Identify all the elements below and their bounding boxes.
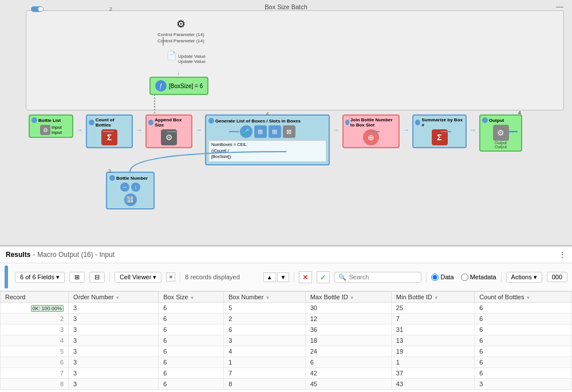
results-title: Results — [6, 251, 30, 259]
col-header-box-number[interactable]: Box Number ▼ — [224, 292, 305, 303]
fields-dropdown[interactable]: 6 of 6 Fields ▾ — [15, 272, 65, 283]
cell-0-1: 3 — [69, 303, 159, 314]
actions-button[interactable]: Actions ▾ — [506, 272, 542, 283]
data-radio[interactable]: Data — [431, 274, 453, 281]
workflow-nodes-row: Bottle List ⚙ InputInput → Count of Bott… — [29, 114, 522, 165]
cell-5-3: 1 — [224, 357, 305, 368]
cell-1-5: 7 — [391, 314, 474, 324]
search-input[interactable] — [349, 274, 417, 280]
arrow-1: → — [76, 126, 83, 134]
col-header-order-number[interactable]: Order Number ▼ — [69, 292, 159, 303]
actions-label: Actions — [511, 274, 532, 280]
cell-6-3: 7 — [224, 368, 305, 379]
join-bottle-label: Join Bottle Number to Box Slot — [350, 117, 397, 128]
row-number: 0K: 100.00% — [1, 303, 69, 314]
gen-icon-4: ⊠ — [283, 125, 295, 138]
table-row: 23621276 — [1, 314, 572, 324]
node-generate-list[interactable]: Generate List of Boxes / Slots in Boxes … — [205, 114, 330, 165]
join-icon: ⊕ — [363, 129, 379, 145]
col-header-min-bottle-id[interactable]: Min Bottle ID ▼ — [391, 292, 474, 303]
count-icon: Σ — [101, 129, 117, 145]
node-join-bottle[interactable]: Join Bottle Number to Box Slot ⊕ 4 — [342, 114, 400, 148]
view-toggle[interactable]: ≡ — [166, 272, 175, 282]
row-number: 5 — [1, 346, 69, 357]
col-header-record[interactable]: Record — [1, 292, 69, 303]
cell-2-6: 6 — [475, 324, 572, 335]
col-header-max-bottle-id[interactable]: Max Bottle ID ▼ — [305, 292, 391, 303]
node-summarize[interactable]: Summarize by Box # Σ 4 — [412, 114, 467, 148]
cell-1-4: 12 — [305, 314, 391, 324]
row-indicator — [5, 266, 8, 288]
cell-6-5: 37 — [391, 368, 474, 379]
output-icon: ⚙ — [493, 125, 509, 141]
cell-7-3: 8 — [224, 379, 305, 390]
cell-0-2: 6 — [159, 303, 224, 314]
node-append-box[interactable]: Append Box Size ⚙ — [145, 114, 192, 148]
generate-list-label: Generate List of Boxes / Slots in Boxes — [215, 118, 301, 124]
extra-button[interactable]: 000 — [547, 272, 567, 282]
results-source: Macro Output (16) - Input — [37, 251, 115, 259]
append-icon: ⚙ — [161, 129, 177, 145]
output-label: Output — [489, 118, 504, 123]
bottle-number-label: Bottle Number — [116, 176, 148, 181]
out-num: 4 — [518, 110, 521, 116]
sep-3 — [294, 272, 294, 282]
gen-icon-2: ⊞ — [254, 125, 267, 138]
cell-3-2: 6 — [159, 335, 224, 346]
config-button-1[interactable]: ⊞ — [69, 272, 85, 283]
control-param-labels: Control Parameter (14)Control Parameter … — [147, 31, 215, 44]
clear-button[interactable]: ✕ — [299, 271, 312, 283]
three-dots-menu[interactable]: ⋮ — [558, 250, 566, 259]
cell-4-6: 6 — [475, 346, 572, 357]
cell-7-6: 3 — [475, 379, 572, 390]
cell-1-1: 3 — [69, 314, 159, 324]
node-output[interactable]: Output ⚙ OutputOutput 4 — [479, 114, 522, 152]
cell-2-1: 3 — [69, 324, 159, 335]
node-count-bottles[interactable]: Count of Bottles Σ — [86, 114, 133, 148]
nav-up[interactable]: ▲ — [263, 272, 276, 282]
apply-button[interactable]: ✓ — [317, 271, 330, 283]
cell-7-4: 45 — [305, 379, 391, 390]
count-bottles-label: Count of Bottles — [96, 117, 130, 128]
cell-2-5: 31 — [391, 324, 474, 335]
formula-text: [BoxSize] = 6 — [169, 83, 203, 89]
cell-0-3: 5 — [224, 303, 305, 314]
sep-2 — [180, 272, 180, 282]
data-radio-input[interactable] — [431, 274, 439, 281]
row-number: 2 — [1, 314, 69, 324]
batch-toggle[interactable] — [31, 6, 44, 12]
cell-7-2: 6 — [159, 379, 224, 390]
minimize-button[interactable]: — — [556, 2, 563, 11]
cell-7-5: 43 — [391, 379, 474, 390]
config-button-2[interactable]: ⊟ — [89, 272, 105, 283]
sep-1 — [109, 272, 110, 282]
gen-icon-3: ⊞ — [269, 125, 281, 138]
view-radio-group: Data Metadata — [431, 274, 496, 281]
node-bottle-number[interactable]: Bottle Number ↔ ↕ 🔢 3 — [106, 172, 155, 209]
chevron-down-icon: ▾ — [56, 274, 60, 281]
table-row: 736742376 — [1, 368, 572, 379]
col-header-count-bottles[interactable]: Count of Bottles ▼ — [475, 292, 572, 303]
cell-4-3: 4 — [224, 346, 305, 357]
col-header-box-size[interactable]: Box Size ▼ — [159, 292, 224, 303]
canvas-title: Box Size Batch — [0, 3, 572, 10]
metadata-radio[interactable]: Metadata — [461, 274, 496, 281]
bottle-list-sublabel: InputInput — [52, 125, 62, 135]
node-bottle-list[interactable]: Bottle List ⚙ InputInput — [29, 114, 73, 138]
cell-1-6: 6 — [475, 314, 572, 324]
cell-6-1: 3 — [69, 368, 159, 379]
metadata-radio-input[interactable] — [461, 274, 468, 281]
cell-3-3: 3 — [224, 335, 305, 346]
append-box-label: Append Box Size — [155, 117, 190, 128]
cell-5-1: 3 — [69, 357, 159, 368]
batch-container: ⚙ Control Parameter (14)Control Paramete… — [26, 10, 564, 110]
cell-viewer-button[interactable]: Cell Viewer ▾ — [115, 272, 161, 283]
table-row: 536424196 — [1, 346, 572, 357]
nav-arrows: ▲ ▼ — [263, 272, 290, 282]
workflow-canvas: Box Size Batch — ⚙ Control Parameter (14… — [0, 0, 572, 246]
formula-node[interactable]: ƒ [BoxSize] = 6 — [149, 77, 208, 95]
cell-0-4: 30 — [305, 303, 391, 314]
cell-3-1: 3 — [69, 335, 159, 346]
nav-down[interactable]: ▼ — [277, 272, 290, 282]
document-icon: 📄 — [167, 51, 176, 60]
